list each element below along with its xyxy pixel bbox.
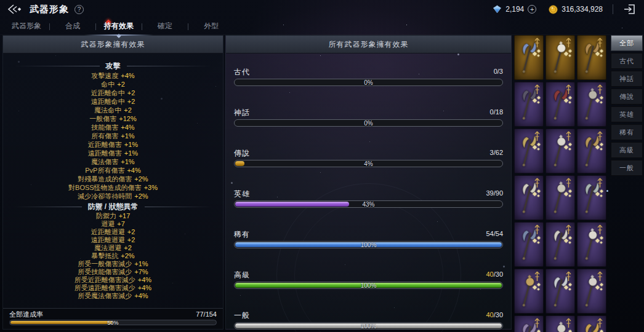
weapon-skin-screen: 武器形象 ? 2,194 + 316,334,928 [0,0,644,332]
grade-row: 傳說3/624% [226,141,511,181]
stat-value: +4% [134,292,148,299]
stat-value: +1% [121,158,134,165]
weapon-item[interactable] [514,35,544,80]
stat-label: 近距離命中 [91,89,125,97]
grade-count: 40/30 [486,271,503,278]
filter-3[interactable]: 傳說 [611,89,643,105]
grade-progress-percent: 4% [235,160,502,167]
weapon-item[interactable] [514,315,544,332]
weapon-item[interactable] [577,82,606,127]
weapon-item[interactable] [577,128,606,173]
weapon-type-icon [565,224,573,235]
back-button[interactable] [7,4,24,14]
weapon-item[interactable] [514,222,544,267]
tab-label: 確定 [158,22,172,30]
grade-label: 稀有 [234,229,250,240]
diamond-cluster-icon [565,97,572,104]
stat-line: 近距離命中+2 [14,89,212,97]
grade-count: 0/3 [494,68,503,75]
stat-line: 魔法傷害+1% [14,157,212,166]
stat-line: 近距離傷害+1% [14,140,212,149]
weapon-item[interactable] [514,269,544,314]
diamond-cluster-icon [596,50,603,57]
weapon-item[interactable] [545,175,575,220]
stat-label: PvP所有傷害 [85,167,124,174]
stat-label: 技能傷害 [91,124,118,131]
grade-progress-list: 古代0/30%神話0/180%傳說3/624%英雄39/9043%稀有54/54… [226,53,511,329]
add-gems-button[interactable]: + [528,5,536,14]
weapon-item[interactable] [545,35,575,80]
weapon-item[interactable] [545,82,575,127]
stat-label: 魔法傷害 [91,158,118,165]
weapon-item[interactable] [545,315,575,332]
grade-progress-bar: 100% [234,241,503,248]
stat-label: 所受一般傷害減少 [78,260,132,267]
diamond-cluster-icon [596,190,603,197]
divider-line [14,66,100,66]
all-skins-effects-header: 所有武器形象擁有效果 [226,36,511,53]
weapon-item[interactable] [577,35,606,80]
grade-count: 40/30 [486,311,503,318]
diamond-cluster-icon [565,283,572,291]
weapon-type-icon [596,318,604,328]
filter-6[interactable]: 高級 [611,142,643,158]
divider-line [14,207,82,207]
tab-3[interactable]: 確定 [142,18,188,35]
stat-label: 遠距離命中 [91,98,125,105]
weapon-item[interactable] [577,222,606,267]
weapon-item[interactable] [545,128,575,173]
grade-count-current: 54 [486,230,493,237]
weapon-item[interactable] [514,82,544,127]
filter-2[interactable]: 神話 [611,71,643,87]
grade-count: 3/62 [490,149,503,156]
owned-effects-panel: 武器形象擁有效果 攻擊攻擊速度+4%命中+2近距離命中+2遠距離命中+2魔法命中… [2,35,223,330]
filter-4[interactable]: 英雄 [611,106,643,122]
diamond-cluster-icon [533,190,541,197]
stat-value: +4% [121,72,134,79]
back-arrow-icon [7,4,24,14]
weapon-item[interactable] [514,128,544,173]
help-icon[interactable]: ? [74,5,84,14]
weapon-item[interactable] [514,175,544,220]
weapon-type-icon [533,318,541,328]
stat-value: +12% [119,115,136,122]
grade-row: 一般40/30100% [226,303,511,332]
stat-line: 攻擊速度+4% [14,71,212,80]
weapon-type-icon [533,131,541,141]
grade-row: 古代0/30% [226,60,511,100]
stat-label: 所有傷害 [91,132,118,140]
filter-0[interactable]: 全部 [611,35,643,51]
diamond-cluster-icon [596,237,603,244]
exit-icon[interactable] [623,2,637,16]
tab-4[interactable]: 外型 [188,18,234,35]
grade-label: 高級 [234,270,250,280]
grade-row: 神話0/180% [226,100,511,141]
weapon-type-icon [596,224,604,235]
tab-2[interactable]: 持有效果 [96,18,142,35]
grade-progress-bar: 43% [234,200,503,208]
weapon-item[interactable] [545,269,575,314]
filter-5[interactable]: 稀有 [611,124,643,140]
grade-progress-percent: 100% [235,242,502,248]
weapon-item[interactable] [577,269,606,314]
diamond-cluster-icon [533,97,541,104]
stat-line: 所受近距離傷害減少+4% [14,276,212,284]
tab-1[interactable]: 合成 [50,18,95,35]
weapon-type-icon [533,271,541,282]
stat-line: 對殘暴造成的傷害+2% [14,175,212,183]
stat-line: 近距離迴避+2 [14,228,212,236]
filter-7[interactable]: 一般 [611,160,643,176]
stat-line: 魔法命中+2 [14,106,212,114]
diamond-cluster-icon [565,143,572,151]
gold-currency-icon [549,5,558,14]
stat-label: 一般傷害 [89,115,116,122]
stat-label: 所受近距離傷害減少 [74,276,135,283]
grade-label: 一般 [234,310,250,321]
weapon-item[interactable] [577,175,606,220]
filter-1[interactable]: 古代 [611,53,643,69]
stat-section-title: 防禦 / 狀態異常 [14,202,212,212]
weapon-item[interactable] [545,222,575,267]
owned-effects-header: 武器形象擁有效果 [3,36,223,53]
tab-0[interactable]: 武器形象 [4,18,49,35]
weapon-item[interactable] [577,315,606,332]
